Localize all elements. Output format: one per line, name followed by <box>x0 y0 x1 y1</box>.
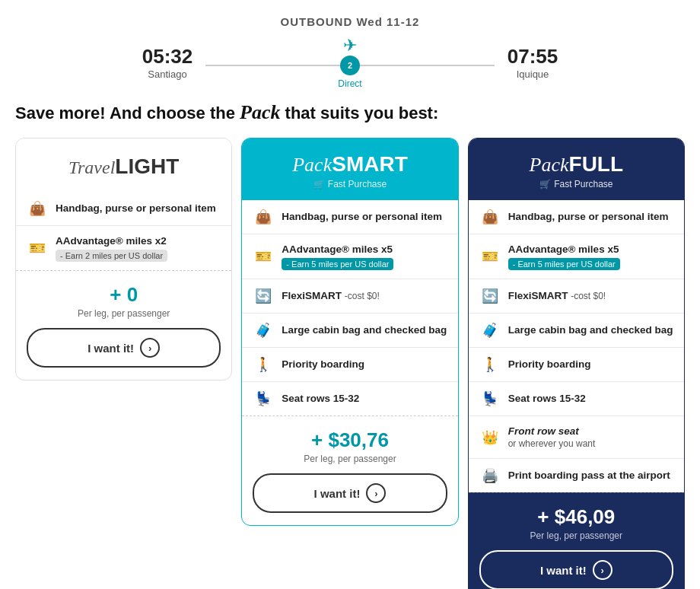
priority-icon-smart: 🚶 <box>253 356 274 373</box>
card-light-footer: + 0 Per leg, per passenger I want it! › <box>16 270 231 380</box>
cards-container: TravelLIGHT 👜 Handbag, purse or personal… <box>15 138 685 589</box>
fast-purchase-icon-full: 🛒 <box>539 179 551 189</box>
want-btn-full-arrow: › <box>593 560 612 580</box>
card-light-header: TravelLIGHT <box>16 138 231 192</box>
priority-text-full: Priority boarding <box>508 358 591 371</box>
fast-purchase-smart: 🛒 Fast Purchase <box>313 179 387 189</box>
want-btn-smart[interactable]: I want it! › <box>253 473 447 513</box>
seat-text-smart: Seat rows 15-32 <box>282 392 359 406</box>
want-btn-light-label: I want it! <box>88 342 134 355</box>
boardingpass-icon-full: 🖨️ <box>479 467 501 484</box>
card-smart-title: PackSMART <box>292 152 408 177</box>
headline-pack-word: Pack <box>240 101 280 123</box>
card-light-features: 👜 Handbag, purse or personal item 🎫 AAdv… <box>16 192 231 270</box>
feature-handbag-smart: 👜 Handbag, purse or personal item <box>242 200 457 234</box>
miles-badge-light: - Earn 2 miles per US dollar <box>56 250 167 262</box>
flight-header: OUTBOUND Wed 11-12 05:32 Santiago ✈ 2 Di… <box>15 15 685 89</box>
card-smart-features: 👜 Handbag, purse or personal item 🎫 AAdv… <box>242 200 457 415</box>
headline-part2: that suits you best: <box>280 103 438 123</box>
miles-text-smart: AAdvantage® miles x5 - Earn 5 miles per … <box>282 243 393 270</box>
fast-purchase-label-full: Fast Purchase <box>554 179 612 189</box>
pack-full-bold: FULL <box>569 152 624 176</box>
route-line: 2 <box>205 65 495 66</box>
headline-part1: Save more! And choose the <box>15 103 240 123</box>
price-light: + 0 <box>27 283 221 307</box>
feature-flexi-full: 🔄 FlexiSMART -cost $0! <box>469 279 684 314</box>
headline: Save more! And choose the Pack that suit… <box>15 101 685 124</box>
feature-priority-smart: 🚶 Priority boarding <box>242 348 457 382</box>
feature-seat-full: 💺 Seat rows 15-32 <box>469 382 684 416</box>
flexi-text-smart: FlexiSMART -cost $0! <box>282 289 380 303</box>
priority-icon-full: 🚶 <box>479 356 501 373</box>
feature-frontrow-full: 👑 Front row seator wherever you want <box>469 416 684 459</box>
card-full-footer: + $46,09 Per leg, per passenger I want i… <box>469 492 684 589</box>
per-leg-full: Per leg, per passenger <box>479 530 673 541</box>
miles-icon-full: 🎫 <box>479 248 501 265</box>
seat-icon-full: 💺 <box>479 390 501 407</box>
pack-full-italic: Pack <box>530 154 569 176</box>
card-light: TravelLIGHT 👜 Handbag, purse or personal… <box>15 138 232 380</box>
card-light-title: TravelLIGHT <box>68 154 179 179</box>
seat-text-full: Seat rows 15-32 <box>508 392 586 406</box>
miles-text-light: AAdvantage® miles x2 - Earn 2 miles per … <box>56 234 167 262</box>
flexi-icon-smart: 🔄 <box>253 288 274 304</box>
bag-text-smart: Large cabin bag and checked bag <box>282 323 447 337</box>
frontrow-icon-full: 👑 <box>479 429 501 446</box>
boardingpass-text-full: Print boarding pass at the airport <box>508 469 670 482</box>
departure-city: Santiago <box>137 68 198 80</box>
handbag-text-smart: Handbag, purse or personal item <box>282 210 442 224</box>
fast-purchase-label-smart: Fast Purchase <box>328 179 387 189</box>
stop-count: 2 <box>340 56 360 75</box>
card-smart-footer: + $30,76 Per leg, per passenger I want i… <box>242 415 457 525</box>
price-smart: + $30,76 <box>253 428 447 452</box>
arrival-time: 07:55 <box>502 45 563 68</box>
flexi-text-full: FlexiSMART -cost $0! <box>508 289 606 303</box>
card-full: PackFULL 🛒 Fast Purchase 👜 Handbag, purs… <box>468 138 685 589</box>
feature-flexi-smart: 🔄 FlexiSMART -cost $0! <box>242 279 457 314</box>
bag-text-full: Large cabin bag and checked bag <box>508 323 673 337</box>
travel-light-label: TravelLIGHT <box>68 158 179 177</box>
want-btn-light[interactable]: I want it! › <box>27 328 221 368</box>
feature-bag-full: 🧳 Large cabin bag and checked bag <box>469 314 684 348</box>
arrival-city: Iquique <box>502 68 563 80</box>
miles-badge-full: - Earn 5 miles per US dollar <box>508 258 620 270</box>
card-smart: PackSMART 🛒 Fast Purchase 👜 Handbag, pur… <box>241 138 458 526</box>
card-full-header: PackFULL 🛒 Fast Purchase <box>469 138 684 200</box>
miles-badge-smart: - Earn 5 miles per US dollar <box>282 258 393 270</box>
outbound-label: OUTBOUND Wed 11-12 <box>15 15 685 28</box>
departure-time: 05:32 <box>137 45 198 68</box>
card-full-features: 👜 Handbag, purse or personal item 🎫 AAdv… <box>469 200 684 492</box>
want-btn-smart-arrow: › <box>366 483 386 503</box>
fast-purchase-icon-smart: 🛒 <box>313 179 325 189</box>
feature-priority-full: 🚶 Priority boarding <box>469 348 684 382</box>
bag-icon-smart: 🧳 <box>253 322 274 339</box>
arrival-block: 07:55 Iquique <box>502 45 563 80</box>
seat-icon-smart: 💺 <box>253 390 274 407</box>
per-leg-light: Per leg, per passenger <box>27 308 221 319</box>
price-full: + $46,09 <box>479 505 673 529</box>
frontrow-text-full: Front row seator wherever you want <box>508 425 596 450</box>
miles-icon-light: 🎫 <box>27 240 48 256</box>
per-leg-smart: Per leg, per passenger <box>253 454 447 464</box>
feature-handbag-light: 👜 Handbag, purse or personal item <box>16 192 231 226</box>
departure-block: 05:32 Santiago <box>137 45 198 80</box>
want-btn-smart-label: I want it! <box>314 487 361 500</box>
handbag-icon-full: 👜 <box>479 209 501 225</box>
feature-boardingpass-full: 🖨️ Print boarding pass at the airport <box>469 459 684 492</box>
handbag-icon-smart: 👜 <box>253 209 274 225</box>
feature-handbag-full: 👜 Handbag, purse or personal item <box>469 200 684 234</box>
bag-icon-full: 🧳 <box>479 322 501 339</box>
miles-icon-smart: 🎫 <box>253 248 274 265</box>
handbag-icon: 👜 <box>27 200 48 217</box>
feature-miles-full: 🎫 AAdvantage® miles x5 - Earn 5 miles pe… <box>469 234 684 279</box>
direct-label: Direct <box>338 78 361 89</box>
feature-bag-smart: 🧳 Large cabin bag and checked bag <box>242 314 457 348</box>
want-btn-full[interactable]: I want it! › <box>479 550 673 589</box>
handbag-text-full: Handbag, purse or personal item <box>508 210 669 224</box>
feature-seat-smart: 💺 Seat rows 15-32 <box>242 382 457 415</box>
pack-smart-bold: SMART <box>332 152 408 176</box>
want-btn-full-label: I want it! <box>540 564 587 577</box>
plane-icon: ✈ <box>343 36 357 56</box>
feature-miles-light: 🎫 AAdvantage® miles x2 - Earn 2 miles pe… <box>16 226 231 270</box>
pack-smart-italic: Pack <box>292 154 332 176</box>
